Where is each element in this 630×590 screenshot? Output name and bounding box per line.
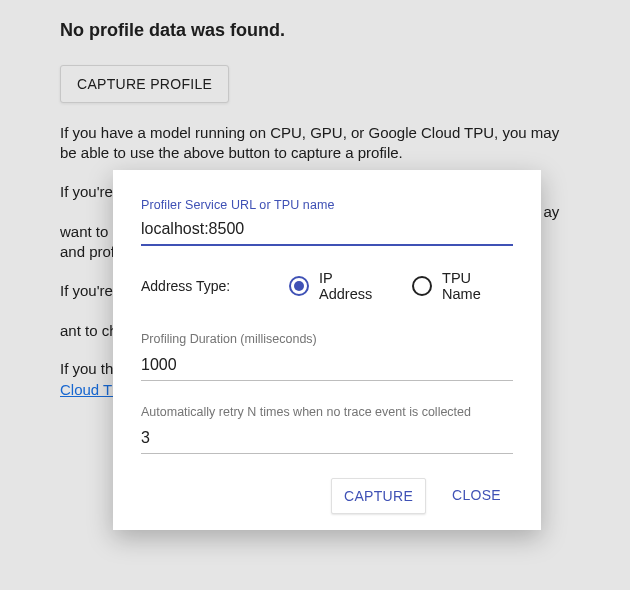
capture-profile-dialog: Profiler Service URL or TPU name Address… [113, 170, 541, 530]
retry-input[interactable] [141, 425, 513, 454]
radio-unselected-icon [412, 276, 432, 296]
radio-tpu-label: TPU Name [442, 270, 513, 302]
radio-ip-address[interactable]: IP Address [289, 270, 388, 302]
duration-field: Profiling Duration (milliseconds) [141, 332, 513, 381]
radio-ip-label: IP Address [319, 270, 388, 302]
dialog-actions: CAPTURE CLOSE [141, 478, 513, 514]
retry-label: Automatically retry N times when no trac… [141, 405, 513, 419]
radio-tpu-name[interactable]: TPU Name [412, 270, 513, 302]
close-button[interactable]: CLOSE [440, 478, 513, 514]
profiler-url-label: Profiler Service URL or TPU name [141, 198, 513, 212]
radio-selected-icon [289, 276, 309, 296]
duration-input[interactable] [141, 352, 513, 381]
capture-button[interactable]: CAPTURE [331, 478, 426, 514]
profiler-url-input[interactable] [141, 216, 513, 246]
address-type-row: Address Type: IP Address TPU Name [141, 270, 513, 302]
profiler-url-field: Profiler Service URL or TPU name [141, 198, 513, 246]
duration-label: Profiling Duration (milliseconds) [141, 332, 513, 346]
address-type-radio-group: IP Address TPU Name [289, 270, 513, 302]
address-type-label: Address Type: [141, 278, 289, 294]
retry-field: Automatically retry N times when no trac… [141, 405, 513, 454]
